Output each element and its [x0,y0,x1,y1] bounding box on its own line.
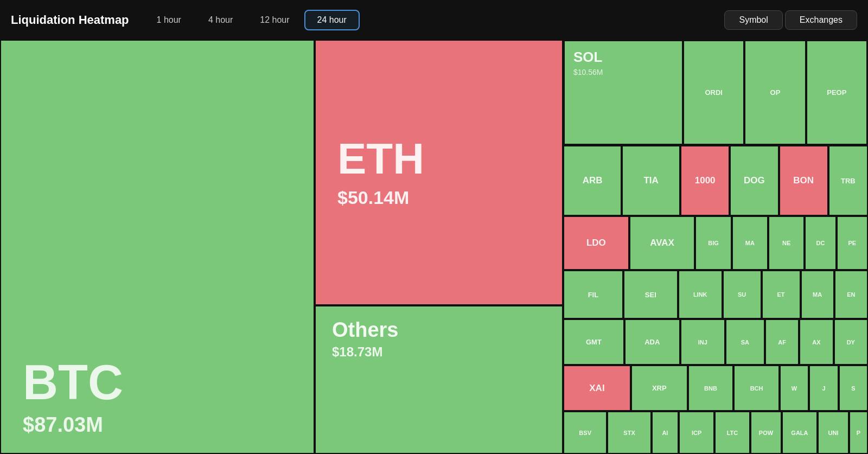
ldo-cell[interactable]: LDO [563,216,629,270]
row6: XAI XRP BNB BCH W J S [563,365,868,411]
trb-cell[interactable]: TRB [828,145,868,216]
ltc-cell[interactable]: LTC [714,411,750,454]
btn-12hour[interactable]: 12 hour [247,10,302,30]
dy-cell[interactable]: DY [834,319,868,365]
header: Liquidation Heatmap 1 hour 4 hour 12 hou… [0,0,868,40]
dc-cell[interactable]: DC [805,216,836,270]
big-cell[interactable]: BIG [695,216,731,270]
right-col: SOL $10.56M ORDI OP PEOP ARB TIA 1000 DO… [563,40,868,454]
arb-cell[interactable]: ARB [563,145,622,216]
icp-cell[interactable]: ICP [679,411,714,454]
af-cell[interactable]: AF [765,319,799,365]
right-top-row: SOL $10.56M ORDI OP PEOP [563,40,868,145]
btc-cell[interactable]: BTC $87.03M [0,40,315,454]
p-cell[interactable]: P [849,411,868,454]
su-cell[interactable]: SU [723,270,762,319]
symbol-button[interactable]: Symbol [724,10,782,30]
link-cell[interactable]: LINK [678,270,723,319]
uni-cell[interactable]: UNI [818,411,849,454]
s-cell[interactable]: S [839,365,868,411]
sei-cell[interactable]: SEI [623,270,678,319]
ma-cell[interactable]: MA [732,216,768,270]
row4: FIL SEI LINK SU ET MA EN [563,270,868,319]
bon-cell[interactable]: BON [779,145,828,216]
sol-symbol: SOL [573,49,673,66]
pe-cell[interactable]: PE [837,216,868,270]
inj-cell[interactable]: INJ [680,319,725,365]
ax-cell[interactable]: AX [799,319,833,365]
time-buttons: 1 hour 4 hour 12 hour 24 hour [144,10,360,30]
row3: LDO AVAX BIG MA NE DC PE [563,216,868,270]
bsv-cell[interactable]: BSV [563,411,607,454]
sol-amount: $10.56M [573,68,673,76]
others-amount: $18.73M [332,344,546,360]
btn-24hour[interactable]: 24 hour [304,10,360,30]
stx-cell[interactable]: STX [607,411,651,454]
row2: ARB TIA 1000 DOG BON TRB [563,145,868,216]
w-cell[interactable]: W [780,365,809,411]
pow-cell[interactable]: POW [750,411,782,454]
op-cell[interactable]: OP [744,40,806,145]
btc-symbol: BTC [23,358,292,407]
gmt-cell[interactable]: GMT [563,319,624,365]
right-buttons: Symbol Exchanges [724,10,857,30]
ada-cell[interactable]: ADA [624,319,680,365]
eth-symbol: ETH [337,137,540,181]
row7: BSV STX AI ICP LTC POW GALA UNI P [563,411,868,454]
others-symbol: Others [332,319,546,340]
eth-cell[interactable]: ETH $50.14M [315,40,563,305]
btn-1hour[interactable]: 1 hour [144,10,194,30]
ne-cell[interactable]: NE [768,216,805,270]
et-cell[interactable]: ET [762,270,801,319]
mini-top-cells: ORDI OP PEOP [683,40,867,145]
ordi-cell[interactable]: ORDI [683,40,744,145]
row5: GMT ADA INJ SA AF AX DY [563,319,868,365]
en-cell[interactable]: EN [834,270,868,319]
bnb-cell[interactable]: BNB [688,365,734,411]
ma2-cell[interactable]: MA [801,270,834,319]
eth-amount: $50.14M [337,187,540,208]
others-cell[interactable]: Others $18.73M [315,305,563,454]
xrp-cell[interactable]: XRP [631,365,688,411]
ai-cell[interactable]: AI [652,411,679,454]
gala-cell[interactable]: GALA [782,411,818,454]
heatmap: BTC $87.03M ETH $50.14M Others $18.73M S… [0,40,868,454]
tia-cell[interactable]: TIA [622,145,680,216]
btn-4hour[interactable]: 4 hour [196,10,245,30]
avax-cell[interactable]: AVAX [629,216,695,270]
sa-cell[interactable]: SA [725,319,765,365]
sol-cell[interactable]: SOL $10.56M [564,40,683,145]
fil-cell[interactable]: FIL [563,270,623,319]
app-title: Liquidation Heatmap [11,13,129,27]
middle-col: ETH $50.14M Others $18.73M [315,40,563,454]
dog-cell[interactable]: DOG [730,145,779,216]
1000-cell[interactable]: 1000 [680,145,730,216]
bch-cell[interactable]: BCH [733,365,780,411]
exchanges-button[interactable]: Exchanges [785,10,857,30]
peop-cell[interactable]: PEOP [806,40,867,145]
btc-amount: $87.03M [23,413,292,437]
j-cell[interactable]: J [809,365,838,411]
xai-cell[interactable]: XAI [563,365,631,411]
